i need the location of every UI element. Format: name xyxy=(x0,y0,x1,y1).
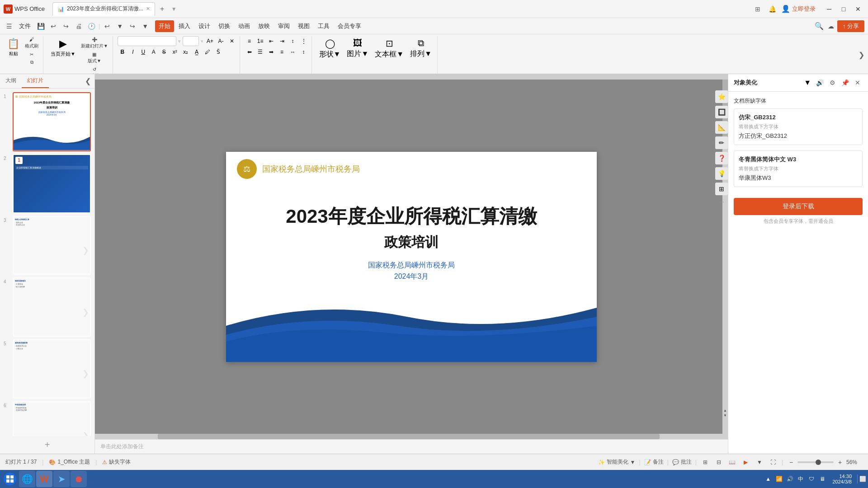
taskbar-record-icon[interactable]: ⏺ xyxy=(71,471,87,487)
align-left-button[interactable]: ⬅ xyxy=(245,47,255,57)
notifications-icon[interactable]: 🔔 xyxy=(767,4,778,14)
right-tool-6[interactable]: 💡 xyxy=(715,167,728,180)
highlight-button[interactable]: 🖊 xyxy=(203,47,212,57)
text-shadow-button[interactable]: S̈ xyxy=(213,47,223,57)
menu-design[interactable]: 设计 xyxy=(195,20,214,32)
tab-close-icon[interactable]: ✕ xyxy=(146,6,150,12)
redo-icon[interactable]: ↪ xyxy=(61,21,71,32)
layout-icon[interactable]: ⊞ xyxy=(752,4,763,14)
font-increase-button[interactable]: A+ xyxy=(205,36,215,46)
columns-button[interactable]: ⋮ xyxy=(299,36,309,46)
font-size-dropdown-arrow[interactable]: ▼ xyxy=(200,39,204,44)
right-tool-4[interactable]: ✏ xyxy=(715,136,728,149)
menu-start[interactable]: 开始 xyxy=(155,20,174,32)
menu-tools[interactable]: 工具 xyxy=(314,20,333,32)
reset-button[interactable]: ↺ 重置 xyxy=(79,66,110,74)
right-panel-dropdown-icon[interactable]: ▼ xyxy=(804,79,811,87)
close-panel-icon[interactable]: ✕ xyxy=(853,78,863,88)
pin-icon[interactable]: 📌 xyxy=(840,78,850,88)
network-icon[interactable]: 📶 xyxy=(774,474,783,483)
menu-animation[interactable]: 动画 xyxy=(235,20,254,32)
italic-button[interactable]: I xyxy=(128,47,138,57)
font-size-input[interactable] xyxy=(183,36,199,46)
vertical-align-button[interactable]: ↕ xyxy=(299,47,309,57)
minimize-button[interactable]: ─ xyxy=(823,3,835,15)
hamburger-menu[interactable]: ☰ xyxy=(4,21,14,32)
expand-tray-icon[interactable]: ▲ xyxy=(764,474,773,483)
start-slide-button[interactable]: ▶ 当页开始▼ xyxy=(48,36,78,59)
scroll-up-button[interactable]: ▲ xyxy=(723,408,727,413)
bold-button[interactable]: B xyxy=(118,47,127,57)
bullet-list-button[interactable]: ≡ xyxy=(245,36,255,46)
undo2-icon[interactable]: ↩ xyxy=(102,21,113,32)
strikethrough-button[interactable]: S xyxy=(159,47,169,57)
ribbon-expand[interactable]: ❯ xyxy=(857,36,866,74)
search-icon[interactable]: 🔍 xyxy=(814,21,825,32)
right-tool-3[interactable]: 📐 xyxy=(715,121,728,134)
menu-transition[interactable]: 切换 xyxy=(215,20,234,32)
cut-button[interactable]: ✂ xyxy=(23,51,40,58)
decrease-indent-button[interactable]: ⇤ xyxy=(266,36,276,46)
slide-thumb-4[interactable]: 税前扣除项目 · 工资薪金 · 职工福利费 ❯ xyxy=(13,277,91,337)
smart-dropdown[interactable]: ▼ xyxy=(630,459,636,465)
menu-slideshow[interactable]: 放映 xyxy=(255,20,274,32)
align-center-button[interactable]: ☰ xyxy=(255,47,265,57)
slide-thumb-3[interactable]: 纳税人的纳税义务 · 居民企业 · 非居民企业 ❯ xyxy=(13,216,91,275)
right-tool-1[interactable]: ⭐ xyxy=(715,90,728,103)
text-direction-button[interactable]: ↔ xyxy=(288,47,298,57)
security-icon[interactable]: 🛡 xyxy=(807,474,816,483)
redo-dropdown-icon[interactable]: ▼ xyxy=(140,21,151,32)
add-slide-button[interactable]: + xyxy=(0,436,94,454)
taskbar-arrow-icon[interactable]: ➤ xyxy=(53,471,70,487)
image-button[interactable]: 🖼 图片▼ xyxy=(344,36,371,61)
clear-format-button[interactable]: ✕ xyxy=(227,36,237,46)
taskbar-ie-icon[interactable]: 🌐 xyxy=(19,471,35,487)
menu-view[interactable]: 视图 xyxy=(294,20,313,32)
slide-thumb-2[interactable]: 1 企业所得税汇算清缴概述 xyxy=(13,154,91,213)
font-dropdown-arrow[interactable]: ▼ xyxy=(177,39,182,44)
scrollbar-thumb-h[interactable] xyxy=(158,434,660,439)
slides-tab[interactable]: 幻灯片 xyxy=(22,74,49,88)
login-button[interactable]: 👤 立即登录 xyxy=(781,5,816,13)
audio-icon[interactable]: 🔊 xyxy=(815,78,825,88)
slide-thumb-1[interactable]: 🏛 国家税务总局嵊州市税务局 2023年度企业所得税汇算清缴 政策培训 国家税务… xyxy=(13,92,91,151)
menu-review[interactable]: 审阅 xyxy=(274,20,293,32)
scroll-down-button[interactable]: ▼ xyxy=(723,413,727,418)
align-right-button[interactable]: ➡ xyxy=(266,47,276,57)
settings-icon[interactable]: ⚙ xyxy=(827,78,837,88)
font-decrease-button[interactable]: A- xyxy=(216,36,226,46)
more-tools-button[interactable]: ··· xyxy=(715,198,728,205)
right-tool-2[interactable]: 🔲 xyxy=(715,106,728,118)
list-item[interactable]: 1 🏛 国家税务总局嵊州市税务局 2023年度企业所得税汇算清缴 政策培训 国家… xyxy=(4,92,91,151)
outline-tab[interactable]: 大纲 xyxy=(0,74,22,88)
zoom-slider[interactable] xyxy=(797,461,834,463)
new-tab-button[interactable]: + xyxy=(157,4,168,14)
cloud-icon[interactable]: ☁ xyxy=(826,21,836,32)
list-item[interactable]: 2 1 企业所得税汇算清缴概述 xyxy=(4,154,91,213)
format-painter-button[interactable]: 🖌 格式刷 xyxy=(23,36,40,50)
close-button[interactable]: ✕ xyxy=(852,3,864,15)
slideshow-dropdown[interactable]: ▼ xyxy=(755,457,764,467)
ribbon-expand-icon[interactable]: ❯ xyxy=(857,49,866,61)
menu-member[interactable]: 会员专享 xyxy=(334,20,365,32)
font-name-input[interactable] xyxy=(118,36,176,46)
ime-icon[interactable]: 中 xyxy=(796,474,805,483)
menu-insert[interactable]: 插入 xyxy=(175,20,194,32)
canvas-area[interactable]: ⚖ 国家税务总局嵊州市税务局 2023年度企业所得税汇算清缴 政策培训 国家税务… xyxy=(95,74,728,439)
start-button[interactable] xyxy=(2,471,18,487)
notes-status[interactable]: 📝 备注 xyxy=(644,458,664,466)
list-item[interactable]: 4 税前扣除项目 · 工资薪金 · 职工福利费 ❯ xyxy=(4,277,91,337)
print-icon[interactable]: 🖨 xyxy=(73,21,84,32)
number-list-button[interactable]: 1≡ xyxy=(255,36,265,46)
line-spacing-button[interactable]: ↕ xyxy=(288,36,298,46)
redo2-icon[interactable]: ↪ xyxy=(127,21,138,32)
slide-thumb-6[interactable]: 申报流程说明 · 申报材料准备 · 在线申报步骤 ❯ xyxy=(13,401,91,436)
slideshow-button[interactable]: ▶ xyxy=(741,457,751,467)
new-slide-button[interactable]: ➕ 新建幻灯片▼ xyxy=(79,36,110,50)
align-justify-button[interactable]: ≡ xyxy=(277,47,287,57)
show-desktop-button[interactable]: ⬜ xyxy=(857,474,866,483)
increase-indent-button[interactable]: ⇥ xyxy=(277,36,287,46)
comments-status[interactable]: 💬 批注 xyxy=(672,458,692,466)
zoom-out-button[interactable]: − xyxy=(787,458,796,467)
taskbar-wps-icon[interactable]: W xyxy=(36,471,52,487)
